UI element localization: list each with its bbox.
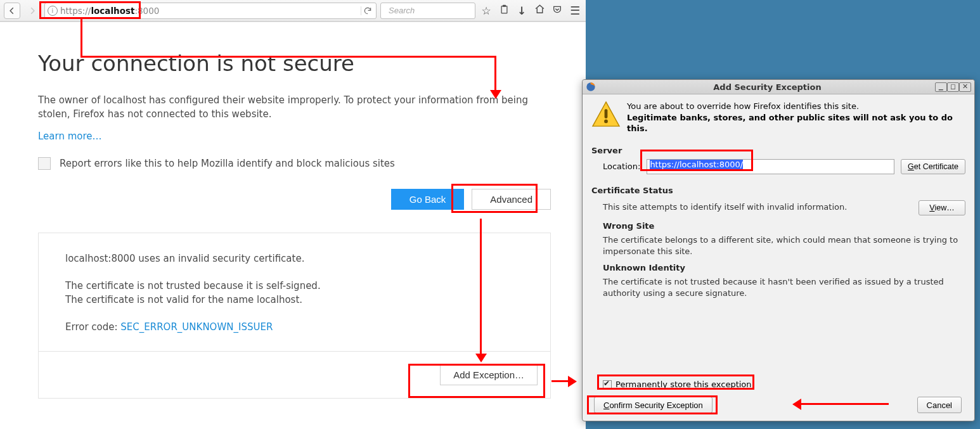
cert-status-text: This site attempts to identify itself wi… [603,202,912,213]
confirm-button[interactable]: Confirm Security Exception [594,397,712,413]
warning-line2: Legitimate banks, stores, and other publ… [627,112,965,134]
unknown-identity-text: The certificate is not trusted because i… [603,276,965,298]
arrow-left-icon [8,6,16,15]
learn-more-link[interactable]: Learn more… [38,131,102,142]
security-exception-dialog: Add Security Exception ⎯ ◻ ✕ You are abo… [582,79,975,421]
close-button[interactable]: ✕ [959,82,971,92]
permanent-label: Permanently store this exception [616,380,752,389]
reload-icon [363,6,372,15]
maximize-button[interactable]: ◻ [947,82,959,92]
report-checkbox[interactable] [38,157,51,170]
permanent-checkbox[interactable] [603,380,612,389]
wrong-site-heading: Wrong Site [603,221,965,231]
minimize-button[interactable]: ⎯ [935,82,947,92]
svg-point-5 [604,120,608,124]
server-section: Server Location: https://localhost:8000/… [591,143,965,181]
clipboard-icon[interactable] [497,4,511,17]
location-label: Location: [603,162,640,171]
warning-row: You are about to override how Firefox id… [591,101,965,134]
action-buttons: Go Back Advanced [38,189,551,210]
warning-icon [591,101,621,127]
certificate-details: localhost:8000 uses an invalid security … [38,233,551,352]
cert-error-code: Error code: SEC_ERROR_UNKNOWN_ISSUER [65,321,524,335]
go-back-button[interactable]: Go Back [391,189,465,210]
error-description: The owner of localhost has configured th… [38,94,551,122]
firefox-icon [586,82,596,92]
certificate-footer: Add Exception… [38,352,551,399]
warning-line1: You are about to override how Firefox id… [627,101,965,112]
add-exception-button[interactable]: Add Exception… [440,364,538,385]
firefox-window: i https://localhost:8000 ☆ ↓ ☰ Your conn… [0,0,586,429]
view-certificate-button[interactable]: View… [919,200,965,215]
cert-line-2: The certificate is not trusted because i… [65,279,524,293]
error-page: Your connection is not secure The owner … [0,22,586,429]
unknown-identity-heading: Unknown Identity [603,263,965,272]
wrong-site-text: The certificate belongs to a different s… [603,234,965,257]
report-errors-row: Report errors like this to help Mozilla … [38,157,551,170]
site-info-icon[interactable]: i [48,6,58,16]
download-icon[interactable]: ↓ [515,4,529,17]
location-input[interactable]: https://localhost:8000/ [647,159,894,174]
home-icon[interactable] [532,4,546,17]
svg-rect-2 [503,5,506,7]
arrow-right-icon [28,6,37,15]
browser-toolbar: i https://localhost:8000 ☆ ↓ ☰ [0,0,586,22]
location-row: Location: https://localhost:8000/ Get Ce… [591,159,965,174]
cert-status-section: Certificate Status This site attempts to… [591,183,965,305]
reload-button[interactable] [361,6,373,15]
svg-rect-4 [605,109,608,118]
server-heading: Server [591,146,965,155]
back-button[interactable] [4,3,20,19]
forward-button[interactable] [24,3,41,19]
url-text: https://localhost:8000 [60,6,358,16]
cert-status-heading: Certificate Status [591,186,673,195]
hamburger-menu-icon[interactable]: ☰ [568,4,582,17]
page-title: Your connection is not secure [38,51,551,76]
permanent-row: Permanently store this exception [603,380,965,389]
dialog-titlebar[interactable]: Add Security Exception ⎯ ◻ ✕ [583,80,974,94]
window-controls: ⎯ ◻ ✕ [935,82,971,92]
report-label: Report errors like this to help Mozilla … [60,158,395,169]
bookmark-star-icon[interactable]: ☆ [479,4,493,17]
cert-line-3: The certificate is not valid for the nam… [65,293,524,307]
cancel-button[interactable]: Cancel [917,397,962,413]
advanced-button[interactable]: Advanced [472,189,551,210]
cert-line-1: localhost:8000 uses an invalid security … [65,252,524,266]
search-box[interactable] [380,3,475,19]
svg-rect-1 [501,6,507,13]
dialog-body: You are about to override how Firefox id… [583,94,974,421]
pocket-icon[interactable] [550,4,564,17]
dialog-title: Add Security Exception [600,82,935,92]
url-bar[interactable]: i https://localhost:8000 [44,3,377,19]
get-certificate-button[interactable]: Get Certificate [901,159,965,174]
dialog-footer: Confirm Security Exception Cancel [591,397,965,413]
